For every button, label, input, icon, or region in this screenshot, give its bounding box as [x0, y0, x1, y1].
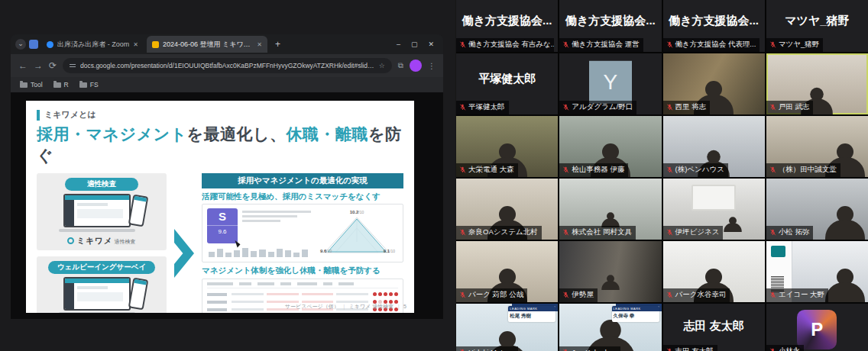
bookmark-folder-tool[interactable]: Tool	[20, 81, 43, 89]
participant-gallery: 働き方支援協会...働き方支援協会 有吉みな...働き方支援協会...働き方支援…	[456, 0, 868, 351]
bookmark-folder-r[interactable]: R	[53, 81, 69, 89]
participant-tile[interactable]: 奈良OAシステム北村	[456, 179, 558, 240]
tab-close-icon[interactable]: ✕	[257, 41, 262, 48]
optimization-header: 採用やマネジメントの最適化の実現	[202, 173, 403, 188]
whiteboard	[691, 185, 737, 211]
participant-tile[interactable]: 平塚健太郎平塚健太郎	[456, 53, 558, 114]
address-bar[interactable]: docs.google.com/presentation/d/1EIOUUIQB…	[63, 58, 392, 73]
virtual-nameplate: LEADING MARK松尾 秀樹	[508, 306, 555, 322]
participant-tile[interactable]: マツヤ_猪野マツヤ_猪野	[766, 0, 868, 52]
participant-tile[interactable]: 小松 拓弥	[766, 179, 868, 240]
folder-icon	[53, 82, 61, 88]
person-silhouette	[825, 206, 865, 240]
participant-tile[interactable]: 働き方支援協会...働き方支援協会 運営	[559, 0, 661, 52]
rank-card: S 9.6	[207, 208, 238, 243]
tab-search-button[interactable]: ⌄	[15, 39, 26, 50]
slides-canvas-area: ミキワメとは 採用・マネジメントを最適化し、休職・離職を防ぐ 適性検査	[11, 92, 443, 319]
aptitude-test-pill: 適性検査	[65, 178, 138, 191]
participant-tile[interactable]: 桧山事務器 伊藤	[559, 116, 661, 177]
back-icon[interactable]: ←	[18, 60, 28, 71]
muted-mic-icon	[666, 291, 673, 298]
participant-name-label: （株）田中誠文堂	[766, 163, 840, 177]
muted-mic-icon	[769, 291, 776, 298]
participant-tile[interactable]: P小林永	[766, 304, 868, 351]
participant-tile[interactable]: 志田 友太郎志田 友太郎	[663, 304, 765, 351]
participant-tile[interactable]: LEADING MARKLEADING MARK久保寺 拳Jun Kuboder…	[559, 304, 661, 351]
wellbeing-survey-card: ウェルビーイングサーベイ ミキワメ ウェルビーイングサーベイ	[37, 256, 167, 313]
muted-mic-icon	[459, 166, 466, 173]
forward-icon[interactable]: →	[34, 60, 43, 71]
site-settings-icon[interactable]	[70, 63, 76, 69]
browser-tab-strip: ⌄ 出席済み出席者 - Zoom ✕ 2024-06-06 登壇用 ミキワメサー…	[11, 34, 443, 54]
zoom-favicon	[47, 41, 53, 48]
survey-row	[207, 292, 398, 296]
participant-name-label: マツヤ_猪野	[766, 38, 823, 52]
participant-tile[interactable]: 大栄電通 大森	[456, 116, 558, 177]
participant-name-label: 桧山事務器 伊藤	[559, 163, 628, 177]
reload-icon[interactable]: ⟳	[49, 60, 57, 71]
participant-name-label: エイコー 大野	[766, 288, 828, 302]
mikiwame-logo: ミキワメ 適性検査	[37, 236, 167, 246]
participant-tile[interactable]: (株)ペンハウス	[663, 116, 765, 177]
right-arrow-icon	[174, 229, 194, 278]
muted-mic-icon	[666, 229, 673, 236]
participant-name-label: Hideki Matsuo	[456, 346, 518, 351]
participant-name-label: パーク水谷幸司	[663, 288, 730, 302]
participant-name-label: 戸田 武志	[766, 101, 814, 114]
participant-tile[interactable]: パーク 苅部 公哉	[456, 241, 558, 302]
subtitle-hiring: 活躍可能性を見極め、採用のミスマッチをなくす	[202, 192, 403, 202]
radar-chart: 10.2/10 9.6/10 9.1/10	[316, 208, 398, 258]
tab-google-slides[interactable]: 2024-06-06 登壇用 ミキワメサービ ✕	[147, 36, 267, 53]
muted-mic-icon	[459, 104, 466, 111]
extensions-icon[interactable]: ⧉	[398, 61, 403, 70]
new-tab-button[interactable]: +	[270, 39, 285, 50]
bookmark-star-icon[interactable]: ☆	[379, 62, 385, 69]
muted-mic-icon	[769, 104, 776, 111]
muted-mic-icon	[562, 41, 569, 48]
participant-name-label: 働き方支援協会 有吉みな...	[456, 38, 554, 52]
wellbeing-survey-pill: ウェルビーイングサーベイ	[48, 261, 155, 274]
participant-name-label: 働き方支援協会 代表理...	[663, 38, 760, 52]
participant-tile[interactable]: Yアルダグラム/野口	[559, 53, 661, 114]
chrome-browser-window: ⌄ 出席済み出席者 - Zoom ✕ 2024-06-06 登壇用 ミキワメサー…	[11, 34, 443, 319]
participant-tile[interactable]: 株式会社 岡村文具	[559, 179, 661, 240]
slide-kicker: ミキワメとは	[44, 109, 96, 121]
folder-icon	[79, 82, 87, 88]
participant-name-label: 株式会社 岡村文具	[559, 226, 636, 240]
participant-name-label: 小林永	[766, 345, 805, 351]
participant-tile[interactable]: 働き方支援協会...働き方支援協会 代表理...	[663, 0, 765, 52]
participant-tile[interactable]: 伊勢屋	[559, 241, 661, 302]
participant-tile[interactable]: エイコー 大野	[766, 241, 868, 302]
participant-name-label: 奈良OAシステム北村	[456, 226, 542, 240]
participant-display-name: マツヤ_猪野	[766, 0, 868, 41]
participant-name-label: (株)ペンハウス	[663, 163, 728, 177]
mikiwame-logo-icon	[67, 237, 74, 244]
participant-tile[interactable]: 戸田 武志	[766, 53, 868, 114]
participant-tile[interactable]: LEADING MARKLEADING MARK松尾 秀樹Hideki Mats…	[456, 304, 558, 351]
slide-footer: サービスページ（仮）｜ミキワメ 適性検査｜5	[285, 303, 406, 311]
minimize-button[interactable]: –	[397, 40, 400, 48]
participant-name-label: Jun Kubodera	[559, 346, 620, 351]
participant-tile[interactable]: （株）田中誠文堂	[766, 116, 868, 177]
tab-close-icon[interactable]: ✕	[133, 41, 138, 48]
participant-name-label: 志田 友太郎	[663, 345, 717, 351]
participant-tile[interactable]: 西里 将志	[663, 53, 765, 114]
profile-avatar[interactable]	[410, 60, 422, 72]
browser-toolbar: ← → ⟳ docs.google.com/presentation/d/1EI…	[11, 54, 443, 77]
maximize-button[interactable]: ▢	[411, 40, 418, 48]
close-button[interactable]: ✕	[428, 40, 434, 48]
phone-mockup	[128, 195, 149, 227]
browser-menu-icon[interactable]: ⋮	[428, 62, 436, 70]
subtitle-management: マネジメント体制を強化し休職・離職を予防する	[202, 266, 403, 276]
pinned-tab-icon[interactable]	[29, 40, 38, 49]
muted-mic-icon	[562, 104, 569, 111]
muted-mic-icon	[666, 104, 673, 111]
participant-tile[interactable]: 働き方支援協会...働き方支援協会 有吉みな...	[456, 0, 558, 52]
bookmark-folder-fs[interactable]: FS	[79, 81, 99, 89]
participant-tile[interactable]: パーク水谷幸司	[663, 241, 765, 302]
participant-tile[interactable]: 伊坪ビジネス	[663, 179, 765, 240]
folder-icon	[20, 82, 28, 88]
tab-zoom-attendees[interactable]: 出席済み出席者 - Zoom ✕	[41, 37, 144, 52]
slides-favicon	[152, 41, 159, 48]
phone-mockup	[128, 278, 149, 311]
